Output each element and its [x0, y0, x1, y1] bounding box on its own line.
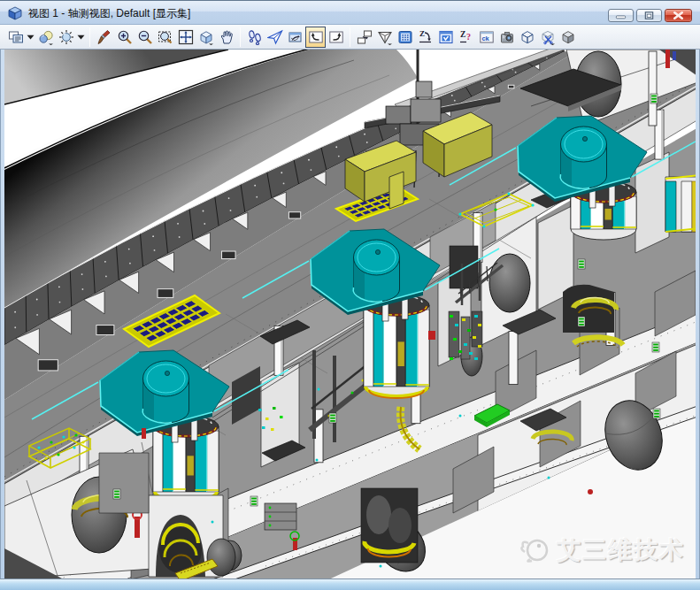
svg-text:?: ? — [466, 32, 471, 42]
display-style-icon — [38, 29, 54, 45]
svg-text:Z: Z — [460, 30, 465, 39]
viewport-3d[interactable]: 艾三维技术 — [4, 50, 696, 579]
clip-volume-button[interactable] — [374, 27, 395, 48]
window-area-button[interactable] — [155, 27, 175, 48]
view-display-mode-button[interactable] — [5, 27, 26, 48]
walk-button[interactable] — [244, 27, 265, 48]
fit-view-button[interactable] — [175, 27, 196, 48]
view-controls-button[interactable]: ck — [476, 27, 496, 48]
saved-views-button[interactable] — [435, 27, 456, 48]
clip-volume-icon — [377, 29, 393, 45]
close-button[interactable] — [665, 9, 692, 22]
camera-button[interactable] — [496, 27, 517, 48]
svg-text:ck: ck — [481, 34, 489, 42]
shaded-cube-icon — [560, 29, 576, 45]
dropdown-arrow-icon[interactable] — [26, 27, 35, 48]
change-view-perspective-button[interactable]: Z — [415, 27, 435, 48]
window-area-icon — [158, 29, 173, 45]
scene-3d-model — [4, 50, 696, 579]
copy-view-button[interactable] — [354, 27, 374, 48]
camera-icon — [499, 29, 515, 45]
view-display-mode-icon — [8, 29, 24, 45]
view-controls-icon: ck — [479, 29, 495, 45]
fit-view-icon — [178, 29, 194, 45]
fly-button[interactable] — [265, 27, 285, 48]
view-next-icon — [328, 29, 344, 45]
view-next-button[interactable] — [326, 27, 346, 48]
close-icon — [665, 9, 691, 22]
barbette-drum — [364, 295, 429, 398]
change-view-perspective-icon: Z — [418, 29, 434, 45]
toolbar-separator — [89, 27, 90, 47]
display-style-button[interactable] — [35, 27, 56, 48]
saved-views-icon — [438, 29, 454, 45]
navigate-view-icon — [288, 29, 304, 45]
toolbar-separator — [350, 27, 350, 47]
rotate-view-button[interactable] — [196, 27, 216, 48]
zoom-out-icon — [137, 29, 153, 45]
titlebar[interactable]: 视图 1 - 轴测视图, Default [显示集] — [0, 0, 700, 25]
cad-view-window: 视图 1 - 轴测视图, Default [显示集] ZZ?ck — [0, 0, 700, 590]
cabinet — [265, 503, 296, 530]
minimize-icon — [616, 16, 625, 19]
zoom-out-button[interactable] — [135, 27, 155, 48]
update-view-icon — [96, 29, 112, 45]
walk-icon — [247, 29, 263, 45]
view-brightness-button[interactable] — [56, 27, 76, 48]
navigate-view-button[interactable] — [285, 27, 305, 48]
pan-view-button[interactable] — [216, 27, 236, 48]
copy-view-icon — [357, 29, 373, 45]
clip-cube-button[interactable] — [537, 27, 558, 48]
zoom-in-button[interactable] — [114, 27, 135, 48]
rotate-view-icon — [198, 29, 214, 45]
pan-view-icon — [219, 29, 235, 45]
clip-mask-icon — [397, 29, 413, 45]
query-view-icon: Z? — [458, 29, 474, 45]
wireframe-cube-icon — [519, 29, 535, 45]
view-previous-button[interactable] — [305, 27, 326, 48]
update-view-button[interactable] — [94, 27, 114, 48]
zoom-in-icon — [117, 29, 133, 45]
clip-cube-icon — [540, 29, 556, 45]
svg-text:Z: Z — [419, 29, 425, 38]
view-toolbar: ZZ?ck — [0, 25, 700, 50]
minimize-button[interactable] — [608, 9, 634, 22]
dropdown-arrow-icon[interactable] — [76, 27, 86, 48]
wireframe-cube-button[interactable] — [517, 27, 537, 48]
view-brightness-icon — [58, 29, 74, 45]
toolbar-separator — [240, 27, 241, 47]
fly-icon — [267, 29, 283, 45]
window-bottom-frame — [0, 579, 700, 590]
query-view-button[interactable]: Z? — [456, 27, 476, 48]
view-previous-icon — [308, 29, 324, 45]
clip-mask-button[interactable] — [395, 27, 415, 48]
view-cube-icon — [8, 6, 22, 20]
window-title: 视图 1 - 轴测视图, Default [显示集] — [28, 6, 190, 21]
shaded-cube-button[interactable] — [558, 27, 578, 48]
maximize-button[interactable] — [636, 9, 662, 22]
